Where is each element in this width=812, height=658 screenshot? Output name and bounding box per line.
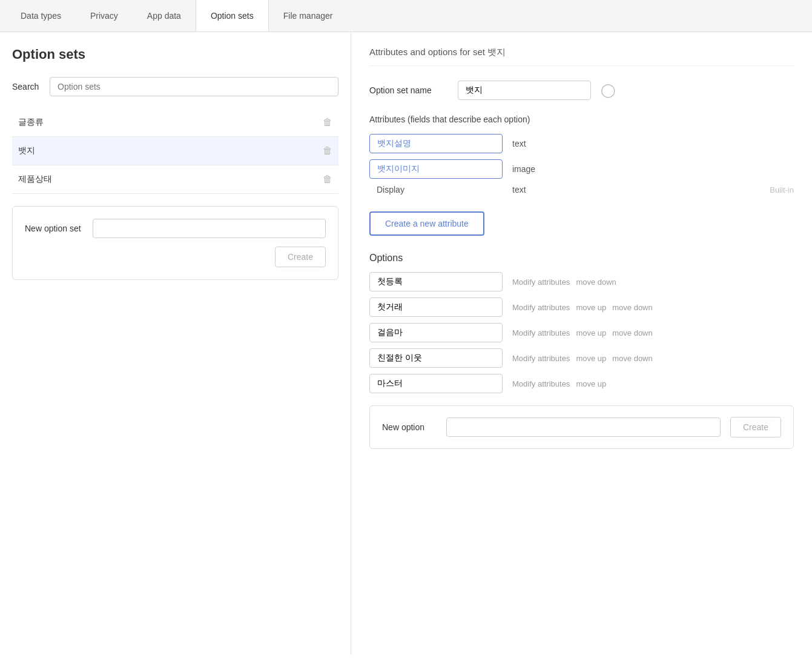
new-option-input[interactable] <box>446 417 721 437</box>
option-set-name-label: Option set name <box>369 85 448 95</box>
new-option-label: New option <box>382 422 437 432</box>
option-name-input[interactable] <box>369 297 503 317</box>
option-set-list: 글종류🗑뱃지🗑제품상태🗑 <box>12 108 338 194</box>
option-set-item-label: 제품상태 <box>18 174 52 185</box>
new-option-set-box: New option set Create <box>12 206 338 280</box>
attribute-type: image <box>512 164 535 174</box>
attribute-name-input[interactable] <box>369 159 503 179</box>
option-set-item-label: 글종류 <box>18 117 44 128</box>
new-option-create-btn[interactable]: Create <box>730 417 781 437</box>
main-layout: Option sets Search 글종류🗑뱃지🗑제품상태🗑 New opti… <box>0 32 812 655</box>
options-title: Options <box>369 253 794 264</box>
action-link-move-up[interactable]: move up <box>576 328 606 337</box>
search-input[interactable] <box>50 77 338 96</box>
tab-data-types[interactable]: Data types <box>6 0 76 32</box>
tab-option-sets[interactable]: Option sets <box>196 0 269 32</box>
options-section: Options Modify attributesmove downModify… <box>369 253 794 449</box>
action-link-Modify-attributes[interactable]: Modify attributes <box>512 277 570 287</box>
new-option-set-row: New option set <box>25 219 326 238</box>
option-actions: Modify attributesmove down <box>512 277 616 287</box>
action-link-move-up[interactable]: move up <box>576 354 606 363</box>
option-set-item[interactable]: 제품상태🗑 <box>12 165 338 194</box>
trash-icon[interactable]: 🗑 <box>323 174 332 185</box>
tab-privacy[interactable]: Privacy <box>76 0 133 32</box>
action-link-Modify-attributes[interactable]: Modify attributes <box>512 303 570 312</box>
attributes-section: Attributes (fields that describe each op… <box>369 115 794 194</box>
tab-app-data[interactable]: App data <box>133 0 196 32</box>
action-link-move-up[interactable]: move up <box>576 303 606 312</box>
option-name-input[interactable] <box>369 348 503 368</box>
option-actions: Modify attributesmove upmove down <box>512 328 653 337</box>
option-set-item[interactable]: 뱃지🗑 <box>12 137 338 165</box>
option-row: Modify attributesmove upmove down <box>369 348 794 368</box>
trash-icon[interactable]: 🗑 <box>323 117 332 128</box>
new-option-box: New option Create <box>369 405 794 449</box>
tabs-bar: Data typesPrivacyApp dataOption setsFile… <box>0 0 812 32</box>
option-row: Modify attributesmove upmove down <box>369 323 794 342</box>
left-panel: Option sets Search 글종류🗑뱃지🗑제품상태🗑 New opti… <box>0 32 351 655</box>
attributes-title: Attributes (fields that describe each op… <box>369 115 794 124</box>
action-link-Modify-attributes[interactable]: Modify attributes <box>512 328 570 337</box>
page-title: Option sets <box>12 47 338 62</box>
search-row: Search <box>12 77 338 96</box>
action-link-Modify-attributes[interactable]: Modify attributes <box>512 379 570 388</box>
right-panel-header: Attributes and options for set 뱃지 <box>369 47 794 66</box>
option-name-input[interactable] <box>369 374 503 393</box>
option-actions: Modify attributesmove upmove down <box>512 354 653 363</box>
attribute-type: text <box>512 139 526 148</box>
action-link-move-down[interactable]: move down <box>612 303 652 312</box>
tab-file-manager[interactable]: File manager <box>269 0 348 32</box>
options-list: Modify attributesmove downModify attribu… <box>369 272 794 393</box>
attribute-row: image <box>369 159 794 179</box>
new-option-set-label: New option set <box>25 224 85 233</box>
option-row: Modify attributesmove down <box>369 272 794 291</box>
display-label: Display <box>369 185 503 194</box>
trash-icon[interactable]: 🗑 <box>323 145 332 156</box>
search-label: Search <box>12 82 42 91</box>
option-actions: Modify attributesmove upmove down <box>512 303 653 312</box>
option-set-name-input[interactable] <box>458 81 591 100</box>
display-type: text <box>512 185 526 194</box>
new-option-set-create-btn[interactable]: Create <box>275 247 326 267</box>
new-option-set-input[interactable] <box>93 219 326 238</box>
option-actions: Modify attributesmove up <box>512 379 606 388</box>
comment-icon[interactable]: ◯ <box>601 82 616 98</box>
built-in-label: Built-in <box>770 185 794 194</box>
action-link-move-down[interactable]: move down <box>612 354 652 363</box>
attribute-row: text <box>369 134 794 153</box>
option-row: Modify attributesmove up <box>369 374 794 393</box>
display-row: Display text Built-in <box>369 185 794 194</box>
action-link-move-down[interactable]: move down <box>576 277 616 287</box>
option-name-input[interactable] <box>369 272 503 291</box>
right-panel: Attributes and options for set 뱃지 Option… <box>351 32 812 655</box>
create-attribute-btn[interactable]: Create a new attribute <box>369 211 484 236</box>
option-set-name-row: Option set name ◯ <box>369 81 794 100</box>
action-link-move-down[interactable]: move down <box>612 328 652 337</box>
option-name-input[interactable] <box>369 323 503 342</box>
action-link-Modify-attributes[interactable]: Modify attributes <box>512 354 570 363</box>
attribute-name-input[interactable] <box>369 134 503 153</box>
attributes-list: textimage <box>369 134 794 179</box>
action-link-move-up[interactable]: move up <box>576 379 606 388</box>
option-set-item[interactable]: 글종류🗑 <box>12 108 338 137</box>
option-set-item-label: 뱃지 <box>18 145 35 156</box>
option-row: Modify attributesmove upmove down <box>369 297 794 317</box>
new-option-set-actions: Create <box>25 247 326 267</box>
